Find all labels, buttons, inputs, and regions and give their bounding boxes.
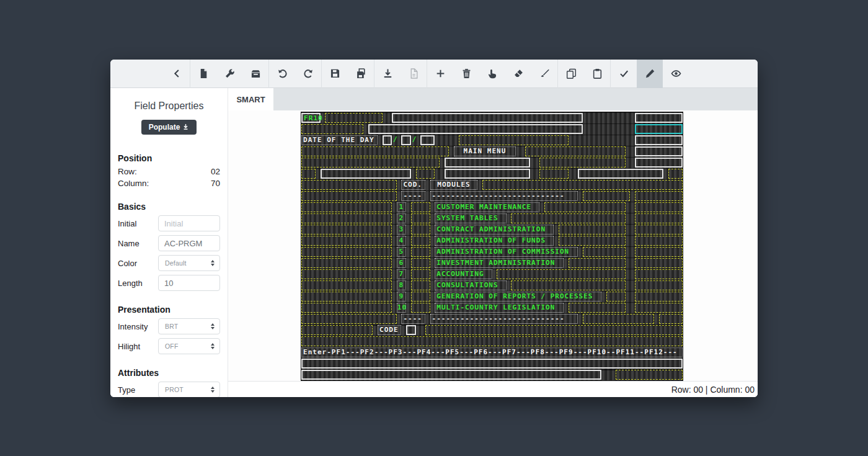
terminal-field[interactable] xyxy=(635,191,683,201)
terminal-label-field[interactable]: COD. xyxy=(401,180,425,190)
terminal-field[interactable] xyxy=(668,169,683,179)
erase-button[interactable] xyxy=(505,60,531,88)
terminal-field[interactable] xyxy=(411,247,430,257)
terminal-label-field[interactable]: 2 xyxy=(397,213,406,223)
save-all-button[interactable] xyxy=(348,60,374,88)
terminal-field[interactable] xyxy=(559,236,626,246)
terminal-field[interactable] xyxy=(635,269,683,279)
terminal-field[interactable] xyxy=(578,169,663,179)
terminal-field[interactable] xyxy=(445,169,530,179)
terminal-field[interactable] xyxy=(559,225,626,235)
terminal-field[interactable] xyxy=(497,269,626,279)
terminal-field[interactable] xyxy=(635,303,683,313)
color-select[interactable]: Default xyxy=(158,255,220,271)
new-file-button[interactable] xyxy=(190,60,216,88)
terminal-field[interactable] xyxy=(569,303,626,313)
terminal-label-field[interactable]: 5 xyxy=(397,247,406,257)
terminal-field[interactable] xyxy=(616,370,683,380)
terminal-field[interactable] xyxy=(301,180,397,190)
terminal-field[interactable] xyxy=(525,146,625,156)
terminal-label-field[interactable]: / xyxy=(411,135,416,145)
terminal-field[interactable] xyxy=(569,258,626,268)
terminal-field[interactable] xyxy=(301,158,440,168)
terminal-field[interactable] xyxy=(301,213,392,223)
terminal-field[interactable] xyxy=(583,191,631,201)
terminal-field[interactable] xyxy=(420,135,435,145)
terminal-label-field[interactable]: ADMINISTRATION OF FUNDS xyxy=(435,236,554,246)
terminal-field[interactable] xyxy=(635,113,683,123)
terminal-label-field[interactable]: ---------------------------- xyxy=(430,314,578,324)
terminal-field[interactable] xyxy=(411,303,430,313)
terminal-field[interactable] xyxy=(635,158,683,168)
terminal-field[interactable] xyxy=(301,280,392,290)
initial-input[interactable] xyxy=(158,215,220,231)
intensity-select[interactable]: BRT xyxy=(158,318,220,334)
terminal-field[interactable] xyxy=(411,213,430,223)
hilight-select[interactable]: OFF xyxy=(158,338,220,354)
terminal-label-field[interactable]: ACCOUNTING xyxy=(435,269,492,279)
terminal-field[interactable] xyxy=(635,236,683,246)
terminal-label-field[interactable]: ---- xyxy=(401,314,425,324)
terminal-label-field[interactable]: DATE OF THE DAY xyxy=(301,135,378,145)
terminal-field[interactable] xyxy=(301,325,373,335)
select-button[interactable] xyxy=(479,60,505,88)
terminal-field[interactable] xyxy=(383,135,392,145)
terminal-field[interactable] xyxy=(321,169,411,179)
tools-button[interactable] xyxy=(216,60,242,88)
terminal-label-field[interactable]: 8 xyxy=(397,280,406,290)
terminal-label-field[interactable]: ---- xyxy=(401,191,425,201)
terminal-field[interactable] xyxy=(301,124,363,134)
length-input[interactable] xyxy=(158,275,220,291)
terminal-label-field[interactable]: CUSTOMER MAINTENANCE xyxy=(435,202,539,212)
export-pdf-button[interactable] xyxy=(401,60,427,88)
terminal-field[interactable] xyxy=(583,247,626,257)
terminal-field[interactable] xyxy=(425,325,683,335)
add-button[interactable] xyxy=(427,60,453,88)
terminal-field[interactable] xyxy=(301,236,392,246)
back-button[interactable] xyxy=(164,60,190,88)
type-select[interactable]: PROT xyxy=(158,382,220,397)
delete-button[interactable] xyxy=(453,60,479,88)
terminal-field[interactable] xyxy=(511,213,626,223)
terminal-field[interactable] xyxy=(445,158,530,168)
terminal-field[interactable] xyxy=(416,169,435,179)
populate-button[interactable]: Populate xyxy=(141,120,197,135)
terminal-field[interactable] xyxy=(301,146,449,156)
terminal-field[interactable] xyxy=(301,359,683,369)
terminal-label-field[interactable]: 7 xyxy=(397,269,406,279)
terminal-field[interactable] xyxy=(368,124,583,134)
terminal-field[interactable] xyxy=(635,213,683,223)
terminal-field[interactable] xyxy=(392,113,583,123)
undo-button[interactable] xyxy=(269,60,295,88)
terminal-label-field[interactable]: SYSTEM TABLES xyxy=(435,213,506,223)
terminal-field[interactable] xyxy=(411,269,430,279)
terminal-field[interactable] xyxy=(482,180,683,190)
terminal-label-field[interactable]: CONTRACT ADMINISTRATION xyxy=(435,225,554,235)
terminal-field[interactable] xyxy=(539,158,625,168)
terminal-field[interactable] xyxy=(301,292,392,302)
terminal-field[interactable] xyxy=(606,292,626,302)
terminal-label-field[interactable]: ADMINISTRATION OF COMMISSION xyxy=(435,247,578,257)
terminal-field[interactable] xyxy=(635,225,683,235)
terminal-field[interactable] xyxy=(301,303,392,313)
terminal-label-field[interactable]: 1 xyxy=(397,202,406,212)
confirm-button[interactable] xyxy=(611,60,637,88)
terminal-label-field[interactable]: CODE xyxy=(378,325,401,335)
terminal-field[interactable] xyxy=(411,280,430,290)
terminal-field[interactable] xyxy=(511,280,626,290)
terminal-field[interactable] xyxy=(301,269,392,279)
terminal-label-field[interactable]: CONSULTATIONS xyxy=(435,280,506,290)
terminal-field[interactable] xyxy=(301,202,392,212)
design-canvas[interactable]: FR10DATE OF THE DAY//MAIN MENUCOD.MODULE… xyxy=(228,110,758,381)
save-button[interactable] xyxy=(322,60,348,88)
terminal-label-field[interactable]: ---------------------------- xyxy=(430,191,578,201)
terminal-field[interactable] xyxy=(635,292,683,302)
terminal-label-field[interactable]: 6 xyxy=(397,258,406,268)
terminal-field[interactable] xyxy=(411,258,430,268)
terminal-field[interactable] xyxy=(459,135,569,145)
terminal-field[interactable] xyxy=(411,292,430,302)
selected-field[interactable] xyxy=(635,124,683,134)
edit-button[interactable] xyxy=(637,60,663,88)
terminal-label-field[interactable]: FR10 xyxy=(301,113,321,123)
terminal-field[interactable] xyxy=(301,370,601,380)
